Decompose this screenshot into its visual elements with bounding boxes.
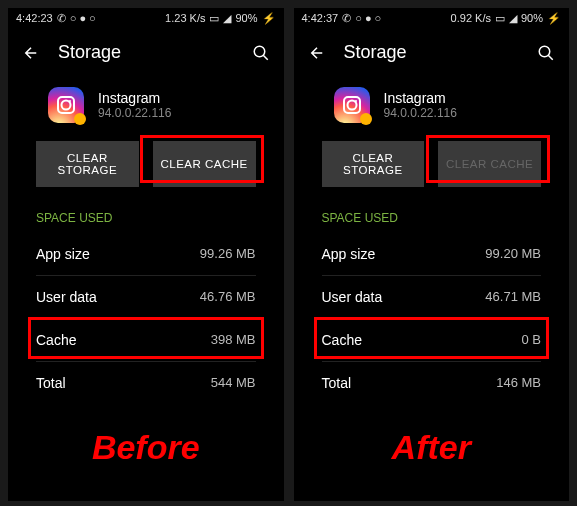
row-value: 0 B — [521, 332, 541, 348]
status-speed: 0.92 K/s — [451, 12, 491, 24]
row-app-size: App size 99.26 MB — [8, 233, 284, 275]
row-user-data: User data 46.76 MB — [8, 276, 284, 318]
row-label: App size — [322, 246, 376, 262]
svg-point-0 — [254, 46, 265, 57]
actions-row: CLEAR STORAGE CLEAR CACHE — [294, 141, 570, 207]
back-icon[interactable] — [308, 44, 326, 62]
signal-icon: ◢ — [223, 12, 231, 25]
section-space-used: SPACE USED — [8, 207, 284, 233]
status-speed: 1.23 K/s — [165, 12, 205, 24]
app-info-row: Instagram 94.0.0.22.116 — [8, 77, 284, 141]
row-label: Cache — [36, 332, 76, 348]
volte-icon: ▭ — [495, 12, 505, 25]
page-title: Storage — [58, 42, 234, 63]
page-title: Storage — [344, 42, 520, 63]
row-value: 146 MB — [496, 375, 541, 391]
row-value: 99.26 MB — [200, 246, 256, 262]
row-cache: Cache 398 MB — [8, 319, 284, 361]
app-version: 94.0.0.22.116 — [384, 106, 457, 120]
row-app-size: App size 99.20 MB — [294, 233, 570, 275]
phone-after: 4:42:37 ✆ ○ ● ○ 0.92 K/s ▭ ◢ 90% ⚡ Stora… — [294, 8, 570, 501]
row-label: User data — [36, 289, 97, 305]
bolt-icon: ⚡ — [262, 12, 276, 25]
row-value: 398 MB — [211, 332, 256, 348]
search-icon[interactable] — [537, 44, 555, 62]
row-label: Cache — [322, 332, 362, 348]
row-value: 46.76 MB — [200, 289, 256, 305]
actions-row: CLEAR STORAGE CLEAR CACHE — [8, 141, 284, 207]
status-time: 4:42:37 — [302, 12, 339, 24]
status-dot-icon: ○ ● ○ — [355, 12, 381, 24]
clear-cache-button: CLEAR CACHE — [438, 141, 541, 187]
app-version: 94.0.0.22.116 — [98, 106, 171, 120]
row-value: 46.71 MB — [485, 289, 541, 305]
section-space-used: SPACE USED — [294, 207, 570, 233]
app-info-row: Instagram 94.0.0.22.116 — [294, 77, 570, 141]
status-bar: 4:42:37 ✆ ○ ● ○ 0.92 K/s ▭ ◢ 90% ⚡ — [294, 8, 570, 28]
row-cache: Cache 0 B — [294, 319, 570, 361]
row-total: Total 544 MB — [8, 362, 284, 404]
row-value: 99.20 MB — [485, 246, 541, 262]
row-label: App size — [36, 246, 90, 262]
phone-before: 4:42:23 ✆ ○ ● ○ 1.23 K/s ▭ ◢ 90% ⚡ Stora… — [8, 8, 284, 501]
clear-storage-button[interactable]: CLEAR STORAGE — [322, 141, 425, 187]
signal-icon: ◢ — [509, 12, 517, 25]
whatsapp-icon: ✆ — [342, 12, 351, 25]
bolt-icon: ⚡ — [547, 12, 561, 25]
instagram-icon — [334, 87, 370, 123]
instagram-icon — [48, 87, 84, 123]
back-icon[interactable] — [22, 44, 40, 62]
app-name: Instagram — [384, 90, 457, 106]
status-dot-icon: ○ ● ○ — [70, 12, 96, 24]
caption-before: Before — [8, 404, 284, 501]
row-value: 544 MB — [211, 375, 256, 391]
status-time: 4:42:23 — [16, 12, 53, 24]
row-label: User data — [322, 289, 383, 305]
header: Storage — [294, 28, 570, 77]
whatsapp-icon: ✆ — [57, 12, 66, 25]
row-total: Total 146 MB — [294, 362, 570, 404]
status-bar: 4:42:23 ✆ ○ ● ○ 1.23 K/s ▭ ◢ 90% ⚡ — [8, 8, 284, 28]
clear-storage-button[interactable]: CLEAR STORAGE — [36, 141, 139, 187]
svg-point-1 — [539, 46, 550, 57]
header: Storage — [8, 28, 284, 77]
status-battery: 90% — [521, 12, 543, 24]
status-battery: 90% — [235, 12, 257, 24]
search-icon[interactable] — [252, 44, 270, 62]
row-label: Total — [36, 375, 66, 391]
volte-icon: ▭ — [209, 12, 219, 25]
caption-after: After — [294, 404, 570, 501]
app-name: Instagram — [98, 90, 171, 106]
row-user-data: User data 46.71 MB — [294, 276, 570, 318]
clear-cache-button[interactable]: CLEAR CACHE — [153, 141, 256, 187]
row-label: Total — [322, 375, 352, 391]
